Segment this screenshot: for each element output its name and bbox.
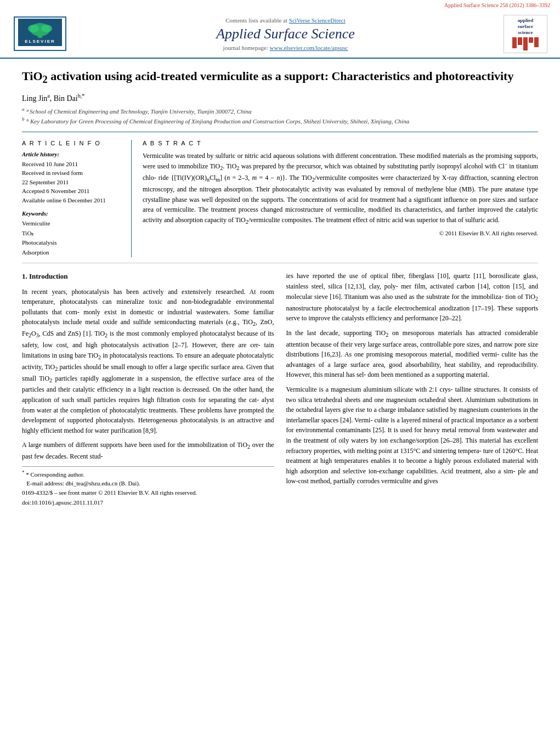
elsevier-logo-section: ELSEVIER (10, 16, 70, 52)
homepage-url[interactable]: www.elsevier.com/locate/apsusc (270, 44, 348, 51)
journal-logo-box: appliedsurfacescience (504, 15, 547, 53)
section1-title: 1. Introduction (22, 271, 274, 282)
authors-line: Ling Jina, Bin Daib,* (22, 93, 538, 103)
keyword-3: Photocatalysis (22, 238, 123, 248)
affiliation-b: b ᵇ Key Laboratory for Green Processing … (22, 116, 538, 126)
bar1 (512, 37, 517, 48)
journal-info-center: Contents lists available at SciVerse Sci… (70, 17, 501, 51)
journal-homepage-line: journal homepage: www.elsevier.com/locat… (70, 44, 501, 51)
footer-section: * * Corresponding author. E-mail address… (22, 466, 274, 507)
elsevier-wordmark: ELSEVIER (14, 16, 66, 51)
keyword-4: Adsorption (22, 248, 123, 258)
contents-label: Contents lists available at (225, 17, 287, 24)
citation-banner: Applied Surface Science 258 (2012) 3386–… (0, 0, 560, 9)
affiliations: a ᵃ School of Chemical Engineering and T… (22, 106, 538, 126)
bar5 (534, 37, 539, 47)
journal-logo-right: appliedsurfacescience (501, 15, 550, 53)
sciverse-link[interactable]: SciVerse ScienceDirect (289, 17, 346, 24)
bar2 (518, 37, 522, 45)
keywords-label: Keywords: (22, 210, 123, 217)
left-body-column: 1. Introduction In recent years, photoca… (22, 271, 274, 507)
corresponding-label: * Corresponding author. (26, 471, 84, 478)
email-value: dbi_tea@shzu.edu.cn (B. Dai). (66, 480, 140, 487)
keyword-2: TiO₂ (22, 229, 123, 239)
svg-text:ELSEVIER: ELSEVIER (25, 39, 55, 44)
affiliation-a: a ᵃ School of Chemical Engineering and T… (22, 106, 538, 116)
svg-point-4 (41, 25, 52, 32)
right-paragraph-1: ies have reported the use of optical fib… (286, 271, 539, 323)
abstract-column: A B S T R A C T Vermiculite was treated … (143, 140, 538, 258)
copyright-line: © 2011 Elsevier B.V. All rights reserved… (143, 230, 538, 236)
citation-text: Applied Surface Science 258 (2012) 3386–… (444, 2, 550, 8)
history-revised-label: Received in revised form (22, 168, 123, 178)
intro-paragraph-1: In recent years, photocatalysis has been… (22, 287, 274, 436)
article-title: TiO2 activation using acid-treated vermi… (22, 69, 538, 87)
email-label: E-mail address: (26, 480, 64, 487)
homepage-label: journal homepage: (223, 44, 268, 51)
bar3 (523, 37, 528, 50)
page-wrapper: Applied Surface Science 258 (2012) 3386–… (0, 0, 560, 741)
right-paragraph-2: In the last decade, supporting TiO2 on m… (286, 328, 539, 380)
intro-paragraph-2: A large numbers of different supports ha… (22, 440, 274, 461)
abstract-heading: A B S T R A C T (143, 140, 538, 146)
article-title-section: TiO2 activation using acid-treated vermi… (22, 59, 538, 132)
doi-note: doi:10.1016/j.apsusc.2011.11.017 (22, 498, 274, 507)
right-paragraph-3: Vermiculite is a magnesium aluminium sil… (286, 384, 539, 487)
keyword-1: Vermiculite (22, 219, 123, 229)
body-columns: 1. Introduction In recent years, photoca… (22, 263, 538, 507)
journal-logo-title: appliedsurfacescience (506, 18, 545, 35)
history-revised-date: 22 September 2011 (22, 178, 123, 187)
history-accepted: Accepted 6 November 2011 (22, 186, 123, 196)
corresponding-note: * * Corresponding author. (22, 469, 274, 479)
article-info-heading: A R T I C L E I N F O (22, 140, 123, 146)
right-body-column: ies have reported the use of optical fib… (286, 271, 539, 507)
bar4 (529, 37, 533, 43)
main-content: TiO2 activation using acid-treated vermi… (0, 59, 560, 507)
journal-title: Applied Surface Science (70, 26, 501, 42)
article-info-abstract-section: A R T I C L E I N F O Article history: R… (22, 132, 538, 264)
abstract-text: Vermiculite was treated by sulfuric or n… (143, 151, 538, 227)
license-note: 0169-4332/$ – see front matter © 2011 El… (22, 488, 274, 497)
history-received: Received 10 June 2011 (22, 160, 123, 169)
journal-header: ELSEVIER Contents lists available at Sci… (0, 9, 560, 59)
history-label: Article history: (22, 151, 123, 157)
contents-available-line: Contents lists available at SciVerse Sci… (70, 17, 501, 24)
email-note: E-mail address: dbi_tea@shzu.edu.cn (B. … (22, 479, 274, 488)
journal-logo-bars (506, 37, 545, 50)
svg-point-3 (28, 25, 39, 32)
history-online: Available online 6 December 2011 (22, 196, 123, 205)
article-info-column: A R T I C L E I N F O Article history: R… (22, 140, 132, 258)
svg-rect-2 (38, 30, 42, 38)
